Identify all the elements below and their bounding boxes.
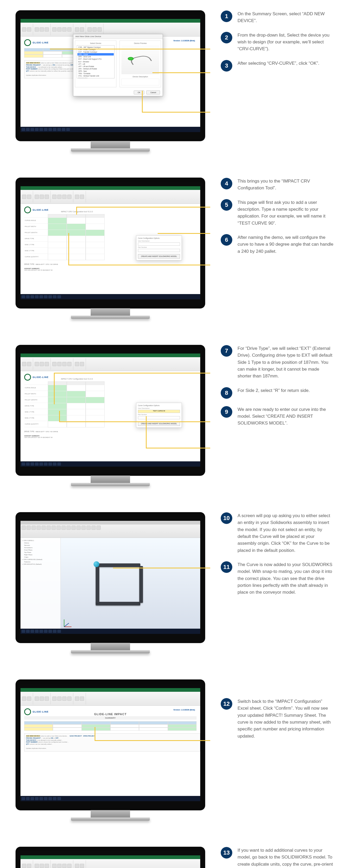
part-number-display [138, 249, 180, 252]
step-badge-8: 8 [221, 387, 232, 399]
user-description-input[interactable]: TEST CURVE 90 [138, 410, 180, 413]
drive-cylinder-icon [94, 561, 99, 567]
tool-title: IMPACT CRV Configuration tool V1.0.3 [61, 211, 197, 213]
steps-col-1: 1On the Summary Screen, select “ADD NEW … [205, 10, 334, 79]
step-text-7: For “Drive Type”, we will select “EXT” (… [238, 345, 334, 380]
step-badge-9: 9 [221, 406, 232, 418]
step-text-8: For Side 2, select “R” for return side. [238, 387, 310, 394]
step-badge-5: 5 [221, 199, 232, 211]
step-text-11: The Curve is now added to your SOLIDWORK… [238, 561, 334, 596]
monitor-4: + CRV-CURVE-1HistorySensorsAnnotationsFr… [16, 513, 205, 653]
step-text-4: This brings you to the “IMPACT CRV Confi… [238, 178, 334, 192]
screen-crv-config-1: GLIDE-LINE IMPACT CRV Configuration tool… [21, 186, 200, 299]
variant-summary-val: CRV-240-240-EXT-187-R-SEGMENT 90 [24, 269, 197, 271]
screen-crv-config-2: GLIDE-LINE IMPACT CRV Configuration tool… [21, 353, 200, 467]
step-text-5: This page will first ask you to add a us… [238, 199, 334, 227]
step-text-13: If you want to add additional curves to … [238, 847, 334, 868]
section-6: GLIDE-LINE GLIDE-LINE IMPACT SUMMARY Ver… [0, 836, 350, 868]
step-text-6: After naming the demo, we will configure… [238, 234, 334, 255]
steps-col-2: 4This brings you to the “IMPACT CRV Conf… [205, 178, 334, 262]
step-badge-11: 11 [221, 561, 232, 573]
screen-summary-add-device: GLIDE-LINE Version: 1.0.30339 (Beta) ADD… [21, 19, 200, 132]
dialog-ok-button[interactable]: OK [134, 91, 144, 94]
monitor-2: GLIDE-LINE IMPACT CRV Configuration tool… [16, 178, 205, 319]
create-insert-sw-button[interactable]: CREATE AND INSERT SOLIDWORKS MODEL [138, 254, 180, 258]
feature-tree[interactable]: + CRV-CURVE-1HistorySensorsAnnotationsFr… [21, 538, 61, 634]
section-2: GLIDE-LINE IMPACT CRV Configuration tool… [0, 167, 350, 335]
origin-triad-icon [63, 618, 73, 628]
user-description-input[interactable] [138, 243, 180, 246]
monitor-1: GLIDE-LINE Version: 1.0.30339 (Beta) ADD… [16, 10, 205, 152]
screen-solidworks: + CRV-CURVE-1HistorySensorsAnnotationsFr… [21, 521, 200, 634]
add-device-dialog: Add New Glide-Line Device Select Device … [73, 34, 163, 96]
step-badge-10: 10 [221, 513, 232, 524]
config-options-dialog: Curve Configuration Options User Descrip… [136, 236, 182, 260]
screen-summary-final: GLIDE-LINE GLIDE-LINE IMPACT SUMMARY Ver… [21, 856, 200, 868]
step-badge-7: 7 [221, 345, 232, 357]
step-badge-6: 6 [221, 234, 232, 246]
section-1: GLIDE-LINE Version: 1.0.30339 (Beta) ADD… [0, 0, 350, 167]
curve-3d-model [96, 563, 143, 606]
step-badge-2: 2 [221, 32, 232, 43]
step-badge-1: 1 [221, 10, 232, 22]
windows-taskbar [21, 127, 200, 132]
section-4: + CRV-CURVE-1HistorySensorsAnnotationsFr… [0, 502, 350, 669]
step-text-9: We are now ready to enter our curve into… [238, 406, 334, 427]
excel-titlebar [21, 19, 200, 23]
steps-col-5: 12Switch back to the “IMPACT Configurati… [205, 680, 334, 747]
impact-title: GLIDE-LINE IMPACT [24, 713, 197, 716]
step-text-1: On the Summary Screen, select “ADD NEW D… [238, 10, 334, 25]
step-badge-4: 4 [221, 178, 232, 189]
steps-col-4: 10A screen will pop up asking you to eit… [205, 513, 334, 603]
dialog-title: Add New Glide-Line Device [73, 34, 163, 39]
screen-summary-updated: GLIDE-LINE GLIDE-LINE IMPACT SUMMARY Ver… [21, 688, 200, 801]
step-text-3: After selecting “CRV-CURVE”, click “OK”. [238, 60, 319, 67]
version-tag: Version: 1.0.30339 (Beta) [173, 40, 195, 41]
step-badge-13: 13 [221, 847, 232, 859]
dialog-cancel-button[interactable]: Cancel [146, 91, 160, 94]
device-dropdown-list[interactable]: CVB - 180° Bypass ConveyorCVR - Roller C… [77, 45, 114, 79]
step-text-2: From the drop-down list, Select the devi… [238, 32, 334, 53]
impact-subtitle: SUMMARY [24, 716, 197, 720]
svg-line-2 [64, 623, 69, 627]
monitor-5: GLIDE-LINE GLIDE-LINE IMPACT SUMMARY Ver… [16, 680, 205, 820]
step-badge-3: 3 [221, 60, 232, 71]
device-3d-preview [121, 45, 159, 74]
step-text-12: Switch back to the “IMPACT Configuration… [238, 698, 334, 740]
steps-col-6: 13If you want to add additional curves t… [205, 847, 334, 868]
steps-col-3: 7For “Drive Type”, we will select “EXT” … [205, 345, 334, 434]
step-badge-12: 12 [221, 698, 232, 710]
monitor-6: GLIDE-LINE GLIDE-LINE IMPACT SUMMARY Ver… [16, 847, 205, 868]
step-text-10: A screen will pop up asking you to eithe… [238, 513, 334, 554]
create-insert-sw-button[interactable]: CREATE AND INSERT SOLIDWORKS MODEL [138, 422, 180, 426]
section-5: GLIDE-LINE GLIDE-LINE IMPACT SUMMARY Ver… [0, 669, 350, 836]
monitor-3: GLIDE-LINE IMPACT CRV Configuration tool… [16, 345, 205, 486]
section-3: GLIDE-LINE IMPACT CRV Configuration tool… [0, 335, 350, 502]
